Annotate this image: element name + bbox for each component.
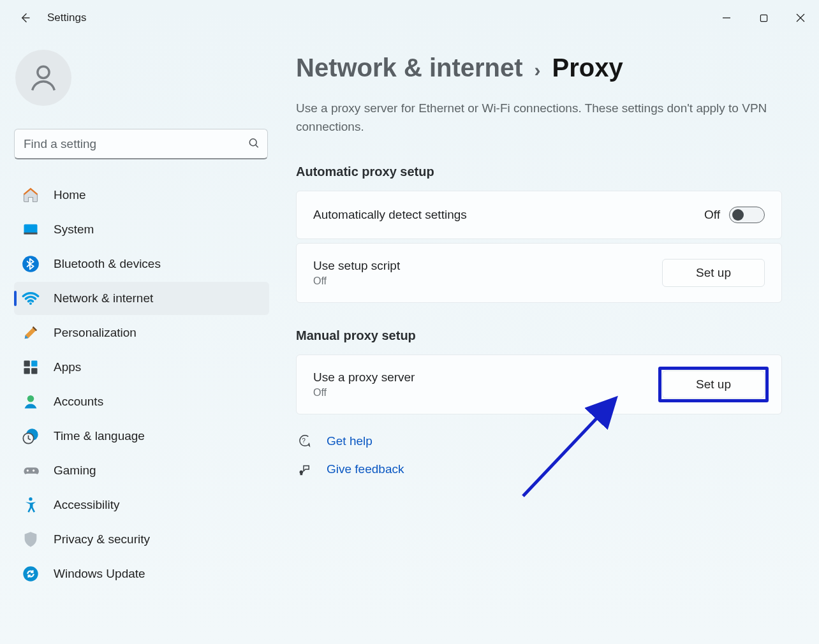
svg-point-15 [27,395,34,402]
sidebar-item-label: Accounts [54,395,103,409]
minimize-icon [722,13,731,22]
card-label: Use a proxy server [313,370,415,384]
accounts-icon [22,393,40,411]
nav-list: Home System Bluetooth & devices Network … [14,179,272,590]
back-arrow-icon [18,11,31,24]
titlebar: Settings [0,0,819,36]
svg-line-6 [256,145,258,147]
home-icon [22,186,40,204]
back-button[interactable] [14,7,36,29]
svg-rect-24 [300,473,303,475]
apps-icon [22,358,40,376]
svg-point-19 [27,469,29,471]
breadcrumb: Network & internet › Proxy [296,54,782,82]
clock-globe-icon [22,427,40,445]
sidebar-item-privacy[interactable]: Privacy & security [14,523,269,556]
card-auto-detect[interactable]: Automatically detect settings Off [296,191,782,239]
sidebar-item-system[interactable]: System [14,213,269,246]
card-label: Use setup script [313,259,400,273]
sidebar-item-bluetooth[interactable]: Bluetooth & devices [14,247,269,281]
svg-rect-14 [31,368,37,374]
manual-proxy-setup-button[interactable]: Set up [662,370,765,399]
sidebar-item-label: Gaming [54,464,96,478]
maximize-icon [760,14,768,22]
sidebar-item-label: Time & language [54,429,145,443]
sidebar-item-apps[interactable]: Apps [14,351,269,384]
link-label: Give feedback [327,462,404,476]
sidebar-item-time-language[interactable]: Time & language [14,420,269,453]
maximize-button[interactable] [745,4,782,32]
svg-rect-12 [31,361,37,367]
bluetooth-icon [22,255,40,273]
svg-point-5 [249,139,256,146]
svg-text:?: ? [302,437,306,444]
setup-script-button[interactable]: Set up [662,259,765,287]
help-icon: ? [296,434,311,449]
svg-point-18 [33,469,34,471]
sidebar-item-home[interactable]: Home [14,179,269,212]
breadcrumb-parent[interactable]: Network & internet [296,54,523,82]
system-icon [22,221,40,238]
card-setup-script: Use setup script Off Set up [296,243,782,303]
window-controls [708,4,819,32]
give-feedback-link[interactable]: Give feedback [296,462,782,477]
sidebar-item-accounts[interactable]: Accounts [14,385,269,418]
toggle-state-label: Off [704,208,720,222]
svg-point-21 [23,566,38,581]
svg-point-4 [38,66,49,78]
section-title-manual: Manual proxy setup [296,328,782,343]
sidebar-item-label: Windows Update [54,567,145,581]
sidebar-item-label: Bluetooth & devices [54,257,161,271]
sidebar-item-windows-update[interactable]: Windows Update [14,557,269,590]
avatar[interactable] [15,50,71,106]
close-icon [796,13,805,22]
svg-point-20 [29,497,32,501]
sidebar-item-label: Privacy & security [54,532,150,546]
svg-rect-8 [24,233,38,235]
sidebar-item-label: Home [54,188,86,202]
gaming-icon [22,462,40,479]
get-help-link[interactable]: ? Get help [296,434,782,449]
person-icon [27,61,60,94]
update-icon [22,565,40,583]
link-label: Get help [327,434,373,448]
main-content: Network & internet › Proxy Use a proxy s… [281,36,819,644]
sidebar-item-personalization[interactable]: Personalization [14,316,269,349]
toggle-auto-detect[interactable] [729,207,765,223]
sidebar-item-network[interactable]: Network & internet [14,282,269,315]
chevron-right-icon: › [535,59,541,81]
search-input[interactable] [14,129,268,159]
search-button[interactable] [247,137,260,152]
sidebar-item-gaming[interactable]: Gaming [14,454,269,487]
sidebar-item-label: Apps [54,360,81,374]
app-title: Settings [47,11,86,24]
shield-icon [22,531,40,548]
section-title-automatic: Automatic proxy setup [296,165,782,179]
page-description: Use a proxy server for Ethernet or Wi-Fi… [296,99,768,136]
svg-rect-11 [24,361,30,367]
accessibility-icon [22,496,40,514]
page-title: Proxy [552,54,623,82]
svg-rect-1 [760,15,767,21]
sidebar-item-label: Personalization [54,326,136,340]
search-icon [247,137,260,150]
sidebar: Home System Bluetooth & devices Network … [0,36,281,644]
svg-rect-13 [24,368,30,374]
card-manual-proxy: Use a proxy server Off Set up [296,355,782,414]
card-status: Off [313,387,415,399]
close-button[interactable] [782,4,819,32]
card-status: Off [313,275,400,287]
card-label: Automatically detect settings [313,208,467,222]
feedback-icon [296,462,311,477]
sidebar-item-label: System [54,223,94,237]
svg-point-10 [29,302,32,305]
sidebar-item-accessibility[interactable]: Accessibility [14,488,269,522]
wifi-icon [22,289,40,307]
personalization-icon [22,324,40,342]
sidebar-item-label: Accessibility [54,498,119,512]
sidebar-item-label: Network & internet [54,291,153,305]
minimize-button[interactable] [708,4,745,32]
